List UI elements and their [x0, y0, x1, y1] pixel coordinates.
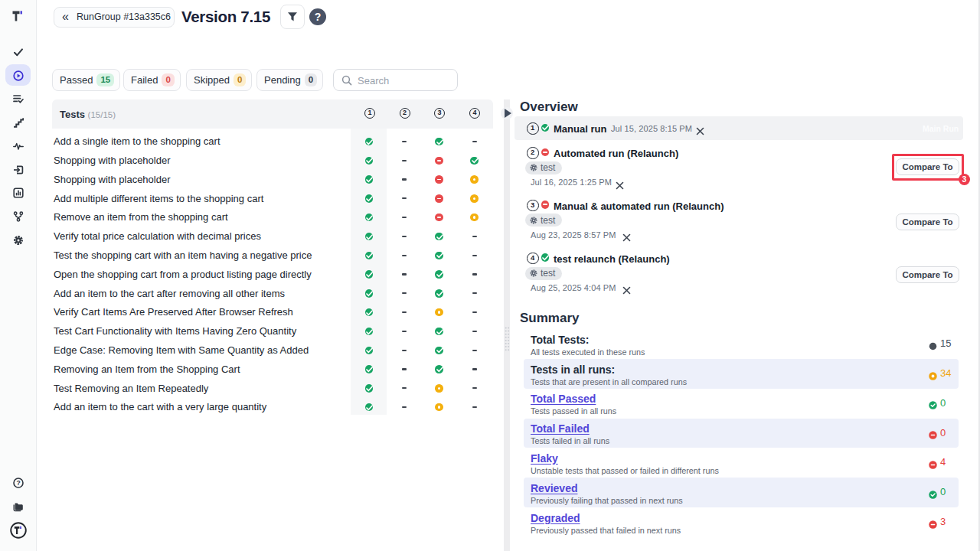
- svg-text:?: ?: [16, 479, 20, 487]
